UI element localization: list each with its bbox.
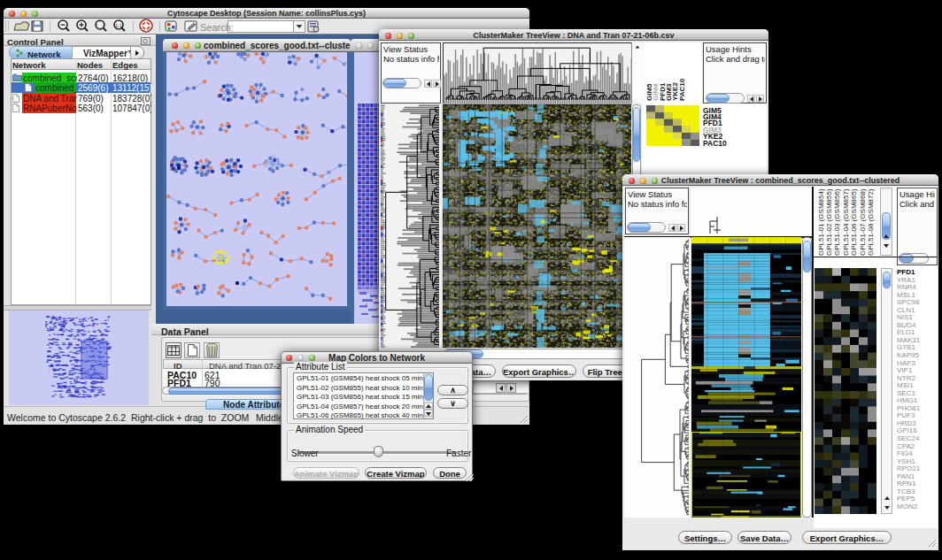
svg-text:1:1: 1:1 bbox=[115, 23, 122, 28]
